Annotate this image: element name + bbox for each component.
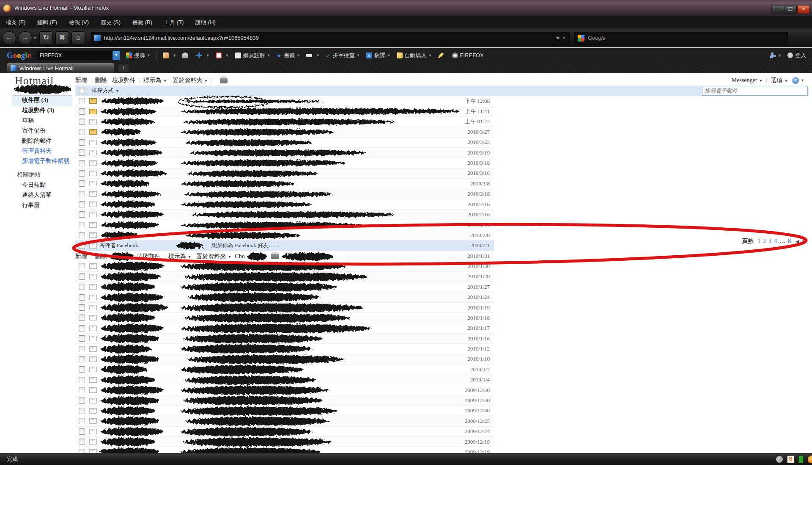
restore-button[interactable]: ❐ — [784, 5, 797, 14]
table-row[interactable]: 2009/12/30 — [75, 385, 494, 395]
row-checkbox[interactable] — [79, 304, 85, 311]
url-text[interactable]: http://sn124w.snt124.mail.live.com/defau… — [104, 35, 259, 41]
menu-item[interactable]: 檢視 (V) — [63, 17, 95, 28]
translate-button[interactable]: a 翻譯▼ — [366, 52, 391, 59]
minimize-button[interactable]: ─ — [771, 5, 784, 14]
mark-as-button[interactable]: 標示為▼ — [144, 77, 167, 84]
highlight-words-button[interactable]: FIREFOX — [452, 52, 484, 58]
google-search-bar[interactable]: Google — [574, 32, 788, 44]
page-link[interactable]: 3 — [768, 238, 771, 245]
row-checkbox[interactable] — [79, 273, 85, 280]
table-row[interactable]: 2010/3/16 — [75, 168, 494, 179]
sender-facebook[interactable]: Facebook — [117, 242, 138, 249]
row-checkbox[interactable] — [79, 398, 85, 404]
help-icon[interactable]: ? — [792, 77, 799, 84]
sidebar-folder[interactable]: 刪除的郵件 — [12, 136, 74, 146]
sidebar-folder[interactable]: 新增電子郵件帳號 — [12, 156, 74, 166]
row-checkbox[interactable] — [79, 232, 85, 238]
menu-item[interactable]: 書籤 (B) — [126, 17, 158, 28]
table-row[interactable]: 2009/12/24 — [75, 427, 494, 437]
reload-button[interactable]: ↻ — [39, 31, 53, 45]
subject-text[interactable]: 想加你為 Facebook 好友…… — [211, 242, 280, 249]
add-button[interactable]: ▼ — [196, 52, 210, 58]
move-to-button[interactable]: 置於資料夾▼ — [173, 77, 208, 84]
row-checkbox[interactable] — [79, 160, 85, 166]
delete-button[interactable]: 刪除 — [95, 77, 107, 84]
print-icon[interactable] — [271, 254, 279, 259]
sites-button[interactable] — [182, 52, 190, 58]
row-checkbox[interactable] — [79, 428, 85, 435]
table-row[interactable]: 2010/1/7 — [75, 364, 494, 375]
messenger-menu[interactable]: Messenger▼ — [732, 77, 763, 84]
stop-button[interactable]: ✖ — [55, 31, 69, 45]
sidebar-related-link[interactable]: 行事曆 — [12, 200, 74, 210]
row-checkbox[interactable] — [79, 449, 85, 453]
junk-button[interactable]: 垃圾郵件 — [137, 253, 160, 260]
row-checkbox[interactable] — [79, 263, 85, 269]
toolbar-search-button[interactable]: 搜尋▼ — [126, 52, 151, 59]
table-row[interactable]: 上午 11:41 — [75, 106, 494, 116]
row-checkbox[interactable] — [79, 335, 85, 342]
table-row[interactable]: 2009/12/30 — [75, 395, 494, 406]
table-row[interactable]: 2010/1/19 — [75, 303, 494, 313]
row-checkbox[interactable] — [79, 243, 85, 249]
tab-windows-live-hotmail[interactable]: Windows Live Hotmail — [7, 63, 114, 73]
sort-by-menu[interactable]: 排序方式▼ — [92, 87, 119, 94]
table-row[interactable]: 2010/2/16 — [75, 199, 494, 210]
table-row[interactable]: 2010/1/4 — [75, 375, 494, 385]
table-row[interactable]: 2010/3/18 — [75, 158, 494, 168]
url-bar[interactable]: http://sn124w.snt124.mail.live.com/defau… — [91, 32, 570, 44]
share-button[interactable]: ▼ — [163, 52, 176, 58]
new-button[interactable]: 新增 — [75, 77, 87, 84]
table-row[interactable]: 2010/3/8 — [75, 179, 494, 189]
sidebar-folder[interactable]: 垃圾郵件 (3) — [12, 105, 74, 116]
google-search-placeholder[interactable]: Google — [588, 35, 606, 41]
table-row[interactable]: 2010/1/17 — [75, 323, 494, 334]
menu-item[interactable]: 檔案 (F) — [0, 17, 31, 28]
signin-link[interactable]: 登入 — [795, 52, 806, 59]
table-row[interactable]: 2010/2/18 — [75, 189, 494, 199]
row-checkbox[interactable] — [79, 211, 85, 218]
table-row[interactable]: 2010/1/18 — [75, 313, 494, 323]
row-checkbox[interactable] — [79, 387, 85, 393]
row-checkbox[interactable] — [79, 98, 85, 104]
row-checkbox[interactable] — [79, 377, 85, 383]
row-checkbox[interactable] — [79, 294, 85, 301]
page-link[interactable]: 8 — [788, 238, 791, 245]
row-checkbox[interactable] — [79, 222, 85, 228]
bookmark-star-icon[interactable]: ★ — [555, 35, 560, 41]
table-row[interactable]: 上午 01:22 — [75, 117, 494, 127]
row-checkbox[interactable] — [79, 191, 85, 197]
table-row[interactable]: 下午 12:08 — [75, 96, 494, 106]
new-tab-button[interactable]: + — [118, 64, 129, 72]
options-menu[interactable]: 選項▼ — [771, 77, 788, 84]
mark-as-button[interactable]: 標示為▼ — [168, 253, 192, 260]
row-checkbox[interactable] — [79, 149, 85, 156]
table-row[interactable]: 2010/2/8 — [75, 230, 494, 240]
forward-button[interactable]: → — [19, 31, 32, 45]
gmail-button[interactable]: ▼ — [216, 52, 229, 58]
search-input-dropdown[interactable]: ▼ — [112, 50, 120, 61]
sidebar-folder[interactable]: 草稿 — [12, 116, 74, 126]
menu-item[interactable]: 歷史 (S) — [95, 17, 126, 28]
new-button[interactable]: 新增 — [75, 253, 87, 260]
table-row[interactable]: 2010/3/19 — [75, 148, 494, 158]
table-row[interactable]: 2010/3/23 — [75, 138, 494, 148]
wrench-icon[interactable] — [770, 52, 776, 58]
table-row[interactable]: 2010/1/30 — [75, 261, 494, 271]
row-checkbox[interactable] — [79, 284, 85, 290]
spellcheck-button[interactable]: ✓ 拼字檢查▼ — [326, 52, 360, 59]
next-page-arrow[interactable]: ▶ — [803, 239, 806, 244]
highlighter-button[interactable] — [438, 52, 446, 58]
menu-item[interactable]: 說明 (H) — [189, 17, 222, 28]
annotate-button[interactable]: 網頁註解▼ — [235, 52, 271, 59]
sidebar-folder[interactable]: 寄件備份 — [12, 126, 74, 136]
green-indicator-icon[interactable] — [798, 456, 804, 463]
history-dropdown[interactable]: ▼ — [33, 36, 37, 40]
print-icon[interactable] — [220, 78, 228, 83]
prev-page-arrow[interactable]: ◀ — [796, 239, 799, 244]
table-row[interactable]: 寄件者Facebook2010/2/1 想加你為 Facebook 好友…… — [75, 240, 494, 251]
delete-button[interactable]: 刪除 — [95, 253, 107, 260]
search-mail-input[interactable] — [702, 86, 808, 96]
window-titlebar[interactable]: Windows Live Hotmail - Mozilla Firefox ─… — [0, 0, 812, 17]
